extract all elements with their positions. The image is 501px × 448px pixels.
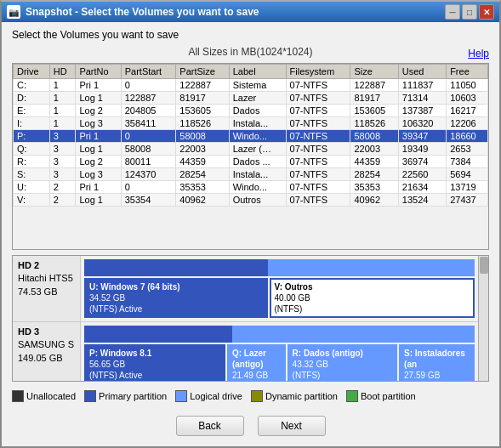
main-window: 📷 Snapshot - Select the Volumes you want… [0,0,501,448]
legend-item: Dynamic partition [251,390,338,402]
app-icon: 📷 [7,5,20,19]
disk-visual: P: Windows 8.156.65 GB(NTFS) ActiveQ: La… [81,322,478,381]
col-label: Label [229,65,286,79]
partition-box[interactable]: U: Windows 7 (64 bits)34.52 GB(NTFS) Act… [84,278,268,318]
window-controls: ─ □ ✕ [445,4,494,20]
table-row[interactable]: C:1Pri 10122887Sistema07-NTFS12288711183… [14,79,488,92]
buttons-row: Back Next [12,411,489,439]
partition-box[interactable]: V: Outros40.00 GB(NTFS) [270,278,475,318]
disk-partitions: P: Windows 8.156.65 GB(NTFS) ActiveQ: La… [84,344,475,381]
col-drive: Drive [14,65,50,79]
table-row[interactable]: R:3Log 28001144359Dados ...07-NTFS443593… [14,156,488,168]
col-partstart: PartStart [121,65,176,79]
disk-partitions: U: Windows 7 (64 bits)34.52 GB(NTFS) Act… [84,278,475,318]
partition-box[interactable]: P: Windows 8.156.65 GB(NTFS) Active [84,344,225,381]
col-partno: PartNo [76,65,121,79]
volumes-table-container[interactable]: Drive HD PartNo PartStart PartSize Label… [12,63,489,250]
legend-color-box [12,390,24,402]
legend-color-box [84,390,96,402]
partition-box[interactable]: R: Dados (antigo)43.32 GB(NTFS) [288,344,397,381]
back-button[interactable]: Back [176,416,244,436]
legend-item: Logical drive [175,390,242,402]
table-row[interactable]: U:2Pri 1035353Windo...07-NTFS35353216341… [14,181,488,194]
legend-label: Logical drive [190,391,242,401]
allsizes-label: All Sizes in MB(1024*1024) [12,46,489,58]
legend-color-box [251,390,263,402]
col-partsize: PartSize [176,65,229,79]
table-row[interactable]: P:3Pri 1058008Windo...07-NTFS58008393471… [14,130,488,143]
table-row[interactable]: I:1Log 3358411118526Instala...07-NTFS118… [14,117,488,130]
legend-label: Primary partition [99,391,167,401]
help-link[interactable]: Help [468,48,489,60]
table-header-row: Drive HD PartNo PartStart PartSize Label… [14,65,488,79]
disk-label: HD 2Hitachi HTS574.53 GB [13,256,81,321]
next-button[interactable]: Next [258,416,326,436]
legend-label: Unallocated [26,391,76,401]
legend-item: Primary partition [84,390,167,402]
table-row[interactable]: E:1Log 2204805153605Dados07-NTFS15360513… [14,105,488,117]
title-bar: 📷 Snapshot - Select the Volumes you want… [2,2,499,22]
disk-visual: U: Windows 7 (64 bits)34.52 GB(NTFS) Act… [81,256,478,321]
minimize-button[interactable]: ─ [445,4,460,20]
legend-item: Unallocated [12,390,76,402]
col-free: Free [447,65,488,79]
partition-box[interactable]: Q: Lazer (antigo)21.49 GB(NTFS) [227,344,286,381]
legend-color-box [346,390,358,402]
main-content: Select the Volumes you want to save All … [2,22,499,446]
volumes-table: Drive HD PartNo PartStart PartSize Label… [13,64,488,207]
legend-label: Dynamic partition [265,391,338,401]
col-size: Size [350,65,398,79]
partition-box[interactable]: S: Instaladores (an27.59 GB(NTFS) [399,344,475,381]
disk-label: HD 3SAMSUNG S149.05 GB [13,322,81,381]
disk-row: HD 3SAMSUNG S149.05 GBP: Windows 8.156.6… [13,322,478,381]
disk-scrollbar[interactable] [478,256,488,381]
table-row[interactable]: Q:3Log 15800822003Lazer (…07-NTFS2200319… [14,143,488,156]
disk-panel[interactable]: HD 2Hitachi HTS574.53 GBU: Windows 7 (64… [13,256,478,381]
legend-color-box [175,390,187,402]
maximize-button[interactable]: □ [462,4,477,20]
disk-row: HD 2Hitachi HTS574.53 GBU: Windows 7 (64… [13,256,478,322]
legend: UnallocatedPrimary partitionLogical driv… [12,387,489,405]
col-hd: HD [49,65,76,79]
table-row[interactable]: S:3Log 312437028254Instala...07-NTFS2825… [14,168,488,181]
col-used: Used [398,65,446,79]
legend-label: Boot partition [361,391,416,401]
table-row[interactable]: D:1Log 112288781917Lazer07-NTFS819177131… [14,92,488,105]
subtitle: Select the Volumes you want to save [12,29,489,41]
window-title: Snapshot - Select the Volumes you want t… [26,6,440,18]
legend-item: Boot partition [346,390,416,402]
table-row[interactable]: V:2Log 13535440962Outros07-NTFS409621352… [14,194,488,207]
col-filesystem: Filesystem [286,65,350,79]
close-button[interactable]: ✕ [479,4,494,20]
